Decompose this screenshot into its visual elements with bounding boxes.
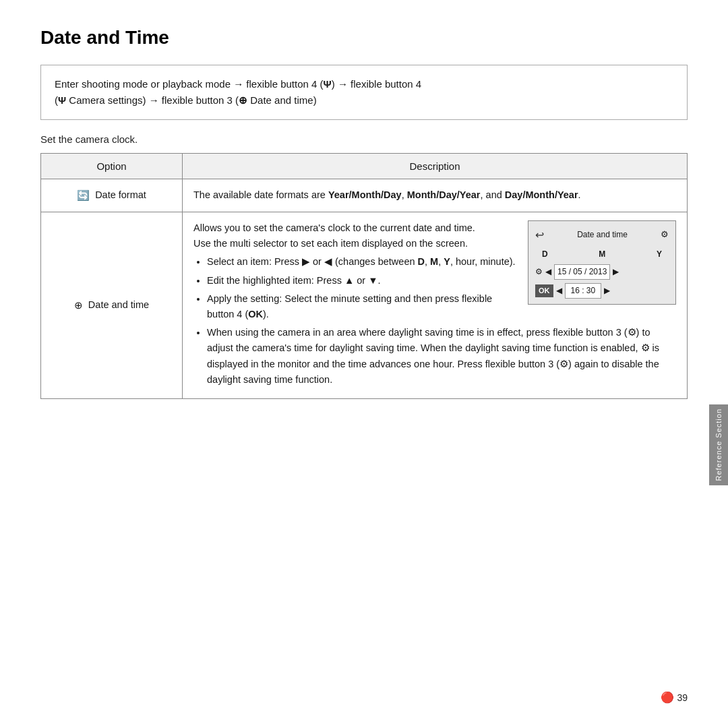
camera-ui-dmy-y: Y (657, 248, 662, 261)
camera-ui-dmy-m: M (599, 248, 605, 261)
camera-ui-date-value: 15 / 05 / 2013 (554, 264, 610, 280)
back-icon: ↩ (535, 226, 544, 244)
camera-ui-dmy-d: D (542, 248, 548, 261)
camera-ui-header: ↩ Date and time ⚙ (535, 226, 669, 244)
option-label-date-time: ⊕ Date and time (52, 297, 171, 313)
ref-tab-text: Reference Section (715, 408, 723, 481)
arrow-right-date: ▶ (613, 266, 619, 278)
desc-intro: Allows you to set the camera's clock to … (193, 222, 475, 233)
description-date-format: The available date formats are Year/Mont… (183, 179, 688, 212)
intro-box: Enter shooting mode or playback mode → f… (40, 65, 688, 120)
arrow-right-time: ▶ (604, 284, 610, 297)
table-row: ⊕ Date and time ↩ Date and time ⚙ D (41, 212, 688, 399)
option-label-date-format: 🔄 Date format (52, 187, 171, 204)
arrow-left-date: ◀ (545, 266, 551, 278)
desc-use: Use the multi selector to set each item … (193, 238, 468, 249)
set-clock-text: Set the camera clock. (40, 133, 688, 145)
option-date-time: ⊕ Date and time (41, 212, 183, 399)
table-row: 🔄 Date format The available date formats… (41, 179, 688, 212)
col-header-option: Option (41, 154, 183, 179)
page-number-value: 39 (677, 692, 688, 703)
date-time-icon: ⊕ (74, 297, 83, 313)
page-container: Date and Time Enter shooting mode or pla… (0, 0, 728, 728)
page-number-icon: 🔴 (661, 691, 674, 704)
camera-ui-date-row: ⚙ ◀ 15 / 05 / 2013 ▶ (535, 264, 669, 280)
description-date-time: ↩ Date and time ⚙ D M Y ⚙ ◀ 15 / 05 (183, 212, 688, 399)
camera-ui-ok-btn: OK (535, 284, 553, 298)
main-table: Option Description 🔄 Date format The ava… (40, 153, 688, 399)
date-format-icon: 🔄 (77, 187, 90, 204)
option-date-format: 🔄 Date format (41, 179, 183, 212)
camera-ui-screenshot: ↩ Date and time ⚙ D M Y ⚙ ◀ 15 / 05 (528, 220, 676, 305)
gear-icon: ⚙ (661, 228, 669, 242)
camera-ui-time-value: 16 : 30 (565, 283, 602, 299)
page-number: 🔴 39 (661, 691, 688, 704)
bullet-4: When using the camera in an area where d… (207, 325, 676, 388)
date-time-label: Date and time (88, 297, 149, 313)
reference-tab: Reference Section (709, 404, 728, 485)
camera-ui-title: Date and time (577, 229, 628, 241)
date-format-label: Date format (95, 187, 146, 203)
intro-line1: Enter shooting mode or playback mode → f… (55, 78, 421, 90)
camera-ui-gear-left: ⚙ (535, 266, 543, 278)
intro-line2: (Ψ Camera settings) → flexible button 3 … (55, 94, 317, 106)
page-title: Date and Time (40, 27, 688, 49)
col-header-description: Description (183, 154, 688, 179)
arrow-left-time: ◀ (556, 284, 562, 297)
camera-ui-time-row: OK ◀ 16 : 30 ▶ (535, 283, 669, 299)
